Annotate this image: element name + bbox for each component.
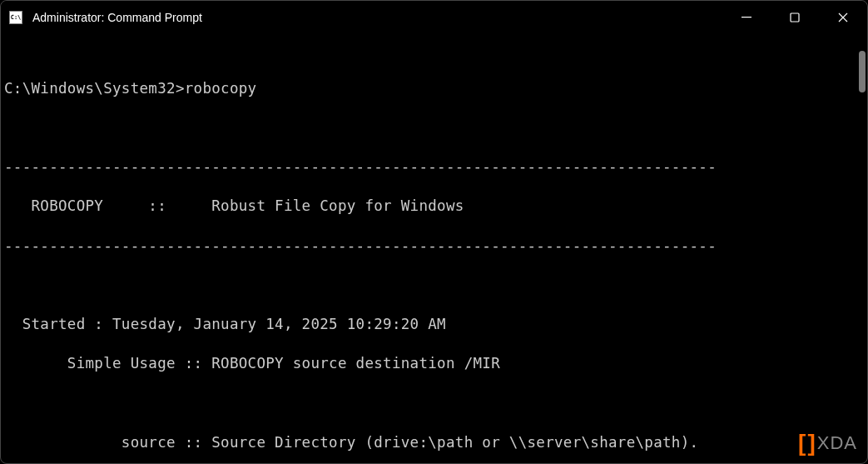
- output-line: ----------------------------------------…: [4, 157, 864, 177]
- cmd-icon: C:\: [9, 11, 22, 24]
- minimize-button[interactable]: [722, 1, 771, 34]
- output-line: Simple Usage :: ROBOCOPY source destinat…: [4, 354, 864, 374]
- scrollbar-thumb[interactable]: [859, 51, 866, 92]
- watermark-bracket-icon: ]: [807, 430, 815, 457]
- output-line: ----------------------------------------…: [4, 237, 864, 257]
- watermark-bracket-icon: [: [798, 430, 806, 457]
- command-text: robocopy: [185, 80, 257, 97]
- svg-rect-1: [791, 13, 799, 22]
- output-line: source :: Source Directory (drive:\path …: [4, 433, 864, 453]
- window-controls: [722, 1, 867, 34]
- prompt-text: C:\Windows\System32>: [4, 80, 185, 97]
- watermark: [ ] XDA: [798, 430, 857, 457]
- output-line: ROBOCOPY :: Robust File Copy for Windows: [4, 197, 864, 217]
- watermark-text: XDA: [817, 432, 857, 454]
- maximize-button[interactable]: [771, 1, 819, 34]
- output-line: [4, 276, 864, 296]
- terminal-output[interactable]: C:\Windows\System32>robocopy -----------…: [1, 34, 867, 464]
- titlebar: C:\ Administrator: Command Prompt: [1, 1, 867, 34]
- close-button[interactable]: [819, 1, 867, 34]
- window-title: Administrator: Command Prompt: [32, 11, 722, 24]
- output-line: Started : Tuesday, January 14, 2025 10:2…: [4, 315, 864, 335]
- output-line: [4, 118, 864, 138]
- output-line: [4, 394, 864, 414]
- svg-rect-0: [742, 17, 751, 17]
- prompt-line: C:\Windows\System32>robocopy: [4, 79, 864, 99]
